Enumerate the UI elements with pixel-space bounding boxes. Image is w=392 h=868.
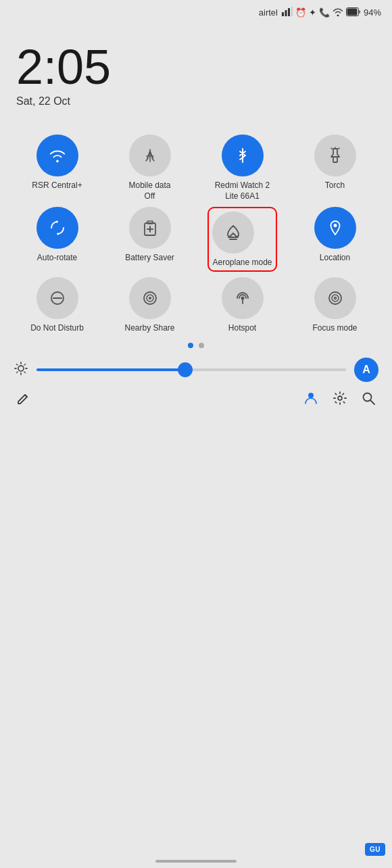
svg-rect-6 — [333, 157, 337, 162]
bottom-toolbar — [0, 385, 392, 416]
carrier-label: airtel — [259, 7, 278, 18]
nearby-share-tile-label: Nearby Share — [124, 323, 174, 334]
focus-mode-tile-icon — [314, 277, 356, 319]
battery-percentage: 94% — [364, 7, 381, 18]
tile-wifi[interactable]: RSR Central+ — [17, 135, 98, 201]
bluetooth-tile-icon — [222, 135, 264, 176]
svg-point-23 — [332, 295, 339, 302]
torch-tile-icon — [314, 135, 356, 176]
tile-mobile-data[interactable]: Mobile dataOff — [109, 135, 191, 201]
hotspot-tile-label: Hotspot — [228, 323, 256, 334]
svg-rect-5 — [347, 8, 357, 15]
brightness-slider-track[interactable] — [36, 368, 346, 371]
nearby-share-tile-icon — [129, 277, 171, 319]
mobile-data-tile-label: Mobile dataOff — [128, 180, 170, 201]
alarm-icon: ⏰ — [295, 7, 306, 18]
tile-hotspot[interactable]: Hotspot — [202, 277, 283, 334]
focus-mode-tile-label: Focus mode — [312, 323, 357, 334]
wifi-tile-icon — [36, 135, 78, 176]
call-icon: 📞 — [319, 7, 330, 18]
edit-button[interactable] — [16, 391, 31, 410]
svg-point-22 — [329, 292, 341, 304]
tile-dnd[interactable]: Do Not Disturb — [17, 277, 98, 334]
tile-battery-saver[interactable]: Battery Saver — [109, 207, 191, 272]
tile-nearby-share[interactable]: Nearby Share — [109, 277, 191, 334]
svg-point-14 — [333, 224, 337, 227]
clock-date: Sat, 22 Oct — [16, 95, 376, 107]
signal-icon — [282, 7, 293, 18]
svg-rect-0 — [282, 12, 284, 16]
svg-point-35 — [338, 396, 342, 400]
settings-icon-button[interactable] — [333, 391, 347, 410]
svg-point-25 — [18, 366, 24, 371]
svg-line-30 — [17, 364, 18, 365]
battery-icon — [346, 7, 361, 18]
svg-point-24 — [334, 297, 336, 299]
brightness-slider-fill — [36, 368, 185, 371]
dnd-tile-icon — [36, 277, 78, 319]
tiles-row-1: RSR Central+ Mobile dataOff Redmi Watch — [11, 135, 381, 201]
torch-tile-label: Torch — [325, 180, 345, 191]
clock-time: 2:05 — [16, 43, 376, 91]
bluetooth-status-icon: ✦ — [309, 7, 316, 18]
wifi-status-icon — [333, 7, 343, 18]
user-icon-button[interactable] — [303, 390, 319, 410]
tile-torch[interactable]: Torch — [295, 135, 376, 201]
quick-tiles-container: RSR Central+ Mobile dataOff Redmi Watch — [0, 114, 392, 333]
aeroplane-tile-label: Aeroplane mode — [212, 258, 272, 268]
battery-saver-tile-icon — [129, 207, 171, 249]
svg-line-9 — [338, 148, 339, 149]
svg-line-32 — [24, 364, 26, 365]
brightness-row: A — [0, 355, 392, 385]
user-avatar[interactable]: A — [354, 358, 378, 382]
svg-rect-11 — [147, 221, 153, 224]
home-indicator — [155, 860, 237, 863]
tile-focus-mode[interactable]: Focus mode — [295, 277, 376, 334]
svg-rect-2 — [288, 8, 290, 16]
tiles-row-2: Auto-rotate Battery Saver — [11, 207, 381, 272]
svg-rect-1 — [285, 10, 287, 16]
battery-saver-tile-label: Battery Saver — [125, 253, 174, 264]
wifi-tile-label: RSR Central+ — [32, 180, 82, 191]
search-icon-button[interactable] — [361, 391, 376, 410]
tile-auto-rotate[interactable]: Auto-rotate — [17, 207, 98, 272]
svg-line-31 — [24, 372, 26, 373]
page-dots-indicator — [0, 343, 392, 348]
svg-point-19 — [149, 297, 151, 299]
svg-rect-3 — [291, 7, 293, 16]
aeroplane-tile-icon — [212, 212, 254, 254]
tile-location[interactable]: Location — [295, 207, 376, 272]
dot-2 — [199, 343, 204, 348]
svg-line-8 — [331, 148, 332, 149]
bluetooth-tile-label: Redmi Watch 2Lite 66A1 — [215, 180, 270, 201]
tile-aeroplane[interactable]: Aeroplane mode — [202, 207, 283, 272]
aeroplane-highlight-border: Aeroplane mode — [207, 207, 276, 272]
hotspot-tile-icon — [222, 277, 264, 319]
clock-area: 2:05 Sat, 22 Oct — [0, 22, 392, 114]
auto-rotate-tile-icon — [36, 207, 78, 249]
dot-1 — [188, 343, 193, 348]
svg-point-34 — [308, 393, 314, 398]
location-tile-icon — [314, 207, 356, 249]
status-bar: airtel ⏰ ✦ 📞 94% — [0, 0, 392, 22]
svg-line-33 — [17, 372, 18, 373]
toolbar-right-icons — [303, 390, 376, 410]
location-tile-label: Location — [320, 253, 350, 264]
brightness-icon — [14, 361, 28, 379]
watermark: GU — [365, 843, 385, 856]
dnd-tile-label: Do Not Disturb — [30, 323, 84, 334]
auto-rotate-tile-label: Auto-rotate — [37, 253, 77, 264]
tile-bluetooth[interactable]: Redmi Watch 2Lite 66A1 — [202, 135, 283, 201]
svg-line-37 — [370, 400, 374, 404]
mobile-data-tile-icon — [129, 135, 171, 176]
brightness-slider-thumb[interactable] — [178, 362, 193, 377]
tiles-row-3: Do Not Disturb Nearby Share — [11, 277, 381, 334]
